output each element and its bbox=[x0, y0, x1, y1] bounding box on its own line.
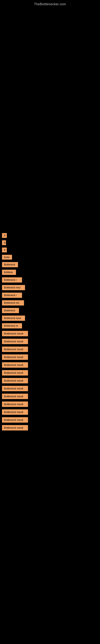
bottleneck-result-label[interactable]: Bottleneck result bbox=[2, 331, 28, 336]
site-title: TheBottlenecker.com bbox=[0, 0, 100, 8]
bottleneck-result-label[interactable]: Bottleneck bbox=[2, 308, 19, 313]
result-item: B bbox=[2, 240, 100, 245]
result-item: Bottleneck bbox=[2, 262, 100, 267]
bottleneck-result-label[interactable]: Bottleneck result bbox=[2, 346, 28, 352]
bottleneck-result-label[interactable]: Bottleneck r bbox=[2, 277, 22, 282]
result-item: Bottleneck result bbox=[2, 378, 100, 384]
result-item: Bottleneck resu bbox=[2, 285, 100, 290]
result-item: Bottleneck result bbox=[2, 394, 100, 399]
bottleneck-result-label[interactable]: Bottleneck r bbox=[2, 292, 22, 298]
chart-area bbox=[0, 8, 100, 229]
results-section: BBBBottleBottleneckBottleneBottleneck rB… bbox=[0, 229, 100, 430]
result-item: Bottleneck result bbox=[2, 417, 100, 422]
bottleneck-result-label[interactable]: Bottleneck result bbox=[2, 378, 28, 384]
result-item: Bottleneck bbox=[2, 308, 100, 313]
bottleneck-result-label[interactable]: Bottleneck result bbox=[2, 425, 28, 430]
result-item: B bbox=[2, 233, 100, 238]
bottleneck-result-label[interactable]: Bottleneck result bbox=[2, 402, 28, 407]
result-item: Bottleneck result bbox=[2, 354, 100, 360]
result-item: Bottlene bbox=[2, 270, 100, 275]
result-item: Bottleneck r bbox=[2, 292, 100, 298]
bottleneck-result-label[interactable]: Bottleneck result bbox=[2, 409, 28, 415]
result-item: Bottle bbox=[2, 255, 100, 260]
bottleneck-result-label[interactable]: Bottleneck re bbox=[2, 323, 22, 328]
result-item: Bottleneck result bbox=[2, 339, 100, 344]
bottleneck-result-label[interactable]: Bottleneck resu bbox=[2, 285, 25, 290]
bottleneck-result-label[interactable]: Bottleneck result bbox=[2, 362, 28, 368]
result-item: Bottleneck resul bbox=[2, 316, 100, 321]
result-item: Bottleneck result bbox=[2, 370, 100, 376]
result-item: Bottleneck result bbox=[2, 425, 100, 430]
bottleneck-result-label[interactable]: Bottleneck result bbox=[2, 417, 28, 422]
bottleneck-result-label[interactable]: Bottleneck res bbox=[2, 300, 24, 306]
bottleneck-result-label[interactable]: B bbox=[2, 233, 7, 238]
main-content: TheBottlenecker.com BBBBottleBottleneckB… bbox=[0, 0, 100, 441]
result-item: Bottleneck result bbox=[2, 402, 100, 407]
bottleneck-result-label[interactable]: B bbox=[2, 248, 7, 252]
result-item: Bottleneck result bbox=[2, 346, 100, 352]
bottleneck-result-label[interactable]: Bottleneck result bbox=[2, 386, 28, 391]
result-item: Bottleneck re bbox=[2, 323, 100, 328]
result-item: Bottleneck result bbox=[2, 331, 100, 336]
bottleneck-result-label[interactable]: Bottleneck result bbox=[2, 370, 28, 376]
result-item: Bottleneck result bbox=[2, 386, 100, 391]
result-item: Bottleneck res bbox=[2, 300, 100, 306]
bottleneck-result-label[interactable]: Bottleneck resul bbox=[2, 316, 25, 321]
bottleneck-result-label[interactable]: Bottleneck bbox=[2, 262, 18, 267]
result-item: B bbox=[2, 248, 100, 252]
bottleneck-result-label[interactable]: Bottleneck result bbox=[2, 354, 28, 360]
result-item: Bottleneck result bbox=[2, 409, 100, 415]
bottleneck-result-label[interactable]: Bottle bbox=[2, 255, 12, 260]
result-item: Bottleneck result bbox=[2, 362, 100, 368]
result-item: Bottleneck r bbox=[2, 277, 100, 282]
bottleneck-result-label[interactable]: B bbox=[2, 240, 6, 245]
bottleneck-result-label[interactable]: Bottleneck result bbox=[2, 339, 28, 344]
bottleneck-result-label[interactable]: Bottleneck result bbox=[2, 394, 28, 399]
bottleneck-result-label[interactable]: Bottlene bbox=[2, 270, 16, 275]
